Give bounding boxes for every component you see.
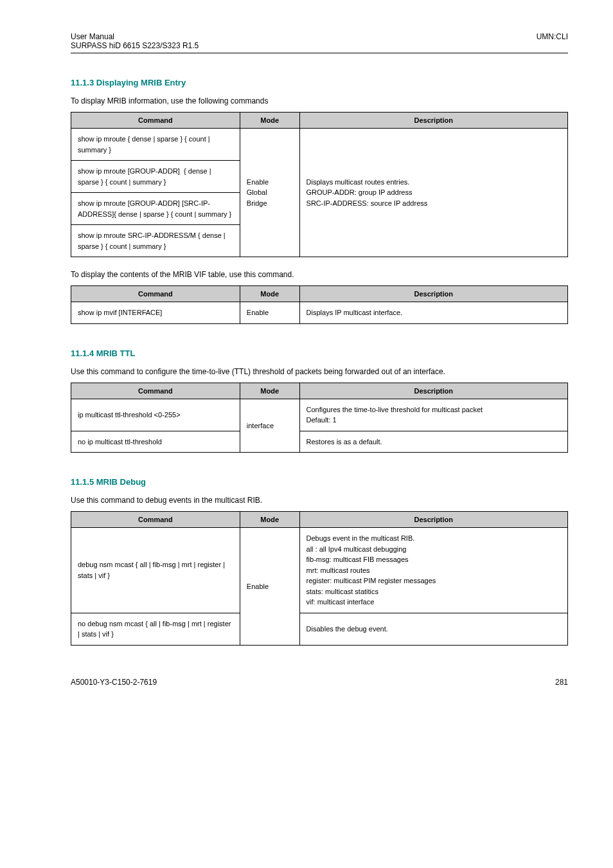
th-command: Command (71, 113, 240, 129)
table-header-row: Command Mode Description (71, 113, 568, 129)
th-description: Description (299, 512, 567, 528)
table-row: no debug nsm mcast { all | fib-msg | mrt… (71, 613, 568, 645)
desc-cell: Displays multicast routes entries. GROUP… (299, 129, 567, 257)
mode-cell: Enable (240, 302, 299, 324)
footer-right: 281 (555, 678, 568, 687)
table-header-row: Command Mode Description (71, 383, 568, 399)
th-mode: Mode (240, 286, 299, 302)
section1-intro2: To display the contents of the MRIB VIF … (71, 269, 568, 280)
table-row: debug nsm mcast { all | fib-msg | mrt | … (71, 528, 568, 613)
th-description: Description (299, 383, 567, 399)
mode-cell: interface (240, 399, 299, 453)
section2-intro: Use this command to configure the time-t… (71, 366, 568, 377)
section-heading-mrib-ttl: 11.1.4 MRIB TTL (71, 348, 568, 358)
cmd-cell: show ip mroute [GROUP-ADDR] { dense | sp… (71, 161, 240, 193)
footer-left: A50010-Y3-C150-2-7619 (71, 678, 157, 687)
desc-cell: Restores is as a default. (299, 431, 567, 453)
th-description: Description (299, 113, 567, 129)
cmd-cell: no ip multicast ttl-threshold (71, 431, 240, 453)
header: User Manual SURPASS hiD 6615 S223/S323 R… (71, 32, 568, 50)
table-header-row: Command Mode Description (71, 286, 568, 302)
section3-intro: Use this command to debug events in the … (71, 494, 568, 506)
th-mode: Mode (240, 113, 299, 129)
desc-cell: Configures the time-to-live threshold fo… (299, 399, 567, 431)
cmd-cell: show ip mroute [GROUP-ADDR] [SRC-IP-ADDR… (71, 193, 240, 225)
section1-intro: To display MRIB information, use the fol… (71, 95, 568, 107)
table-row: show ip mroute { dense | sparse } { coun… (71, 129, 568, 161)
desc-cell: Debugs event in the multicast RIB. all :… (299, 528, 567, 613)
table-header-row: Command Mode Description (71, 512, 568, 528)
desc-cell: Displays IP multicast interface. (299, 302, 567, 324)
header-right: UMN:CLI (537, 32, 568, 50)
table-row: no ip multicast ttl-threshold Restores i… (71, 431, 568, 453)
cmd-cell: no debug nsm mcast { all | fib-msg | mrt… (71, 613, 240, 645)
th-command: Command (71, 286, 240, 302)
desc-cell: Disables the debug event. (299, 613, 567, 645)
cmd-cell: show ip mvif [INTERFACE] (71, 302, 240, 324)
th-description: Description (299, 286, 567, 302)
th-mode: Mode (240, 512, 299, 528)
header-left-line2: SURPASS hiD 6615 S223/S323 R1.5 (71, 41, 199, 50)
footer: A50010-Y3-C150-2-7619 281 (71, 678, 568, 687)
table-row: show ip mvif [INTERFACE] Enable Displays… (71, 302, 568, 324)
header-rule (71, 53, 568, 53)
th-command: Command (71, 383, 240, 399)
mode-cell: Enable Global Bridge (240, 129, 299, 257)
mode-cell: Enable (240, 528, 299, 646)
table-mrib-vif: Command Mode Description show ip mvif [I… (71, 285, 568, 324)
table-mrib-entry: Command Mode Description show ip mroute … (71, 112, 568, 257)
cmd-cell: show ip mroute { dense | sparse } { coun… (71, 129, 240, 161)
table-row: ip multicast ttl-threshold <0-255> inter… (71, 399, 568, 431)
table-mrib-debug: Command Mode Description debug nsm mcast… (71, 511, 568, 646)
header-left-line1: User Manual (71, 32, 199, 41)
page: User Manual SURPASS hiD 6615 S223/S323 R… (0, 0, 613, 706)
th-command: Command (71, 512, 240, 528)
table-mrib-ttl: Command Mode Description ip multicast tt… (71, 383, 568, 453)
section-heading-mrib-debug: 11.1.5 MRIB Debug (71, 477, 568, 487)
th-mode: Mode (240, 383, 299, 399)
section-heading-mrib-entry: 11.1.3 Displaying MRIB Entry (71, 78, 568, 87)
header-left: User Manual SURPASS hiD 6615 S223/S323 R… (71, 32, 199, 50)
cmd-cell: ip multicast ttl-threshold <0-255> (71, 399, 240, 431)
cmd-cell: show ip mroute SRC-IP-ADDRESS/M { dense … (71, 225, 240, 257)
cmd-cell: debug nsm mcast { all | fib-msg | mrt | … (71, 528, 240, 613)
